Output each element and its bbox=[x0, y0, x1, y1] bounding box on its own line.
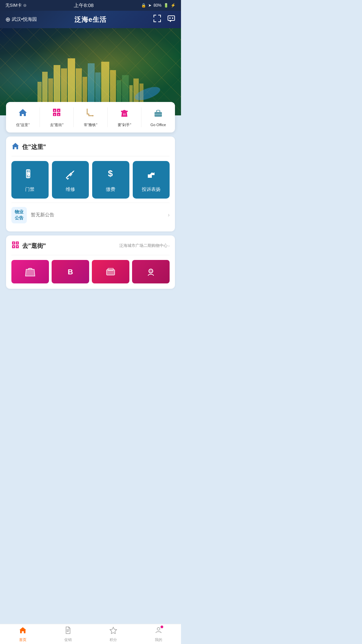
cut-hand-icon bbox=[119, 107, 129, 120]
street-item-2[interactable] bbox=[92, 260, 129, 283]
svg-rect-3 bbox=[160, 15, 161, 17]
service-payment[interactable]: $ 缴费 bbox=[92, 161, 129, 199]
service-repair[interactable]: 维修 bbox=[52, 161, 89, 199]
svg-text:$: $ bbox=[108, 168, 113, 178]
go-street-grid: B bbox=[11, 260, 170, 283]
svg-rect-10 bbox=[172, 17, 173, 19]
access-label: 门禁 bbox=[25, 186, 35, 193]
svg-rect-24 bbox=[157, 112, 160, 114]
quick-item-rub-iron[interactable]: 常"撸铁" bbox=[74, 107, 108, 127]
notice-row[interactable]: 物业 公告 暂无新公告 › bbox=[11, 203, 170, 226]
app-title: 泛海e生活 bbox=[74, 15, 107, 24]
payment-icon: $ bbox=[104, 167, 117, 183]
message-icon[interactable] bbox=[167, 14, 176, 25]
location-target-icon: ⊕ bbox=[5, 16, 10, 23]
svg-rect-25 bbox=[158, 111, 159, 112]
svg-rect-26 bbox=[155, 114, 162, 115]
repair-icon bbox=[64, 167, 77, 183]
feedback-label: 投诉表扬 bbox=[142, 186, 161, 193]
svg-rect-22 bbox=[125, 113, 125, 115]
location-arrow-icon: ➤ bbox=[148, 3, 152, 8]
svg-rect-9 bbox=[169, 17, 171, 19]
notice-arrow-icon: › bbox=[168, 212, 170, 218]
service-access[interactable]: 门禁 bbox=[11, 161, 49, 199]
service-feedback[interactable]: 投诉表扬 bbox=[133, 161, 170, 199]
go-office-label: Go Office bbox=[150, 122, 166, 127]
notice-text: 暂无新公告 bbox=[31, 212, 164, 218]
quick-menu: 住"这里" 去"逛街" 常"撸铁" bbox=[6, 102, 175, 132]
notice-icon-line1: 物业 bbox=[15, 209, 23, 215]
header-actions bbox=[153, 14, 176, 25]
svg-rect-7 bbox=[160, 19, 161, 22]
go-office-icon bbox=[153, 107, 163, 120]
status-bar: 无SIM卡 ⊙ 上午8:08 🔒 ➤ 80% 🔋 ⚡ bbox=[0, 0, 181, 11]
svg-rect-17 bbox=[54, 114, 55, 115]
go-street-subtitle[interactable]: 泛海城市广场二期购物中心 › bbox=[119, 243, 170, 249]
battery-icon: 🔋 bbox=[164, 3, 169, 8]
battery-percent: 80% bbox=[154, 3, 162, 8]
live-here-title: 住"这里" bbox=[22, 143, 46, 151]
header: ⊕ 武汉•悦海园 泛海e生活 bbox=[0, 11, 181, 28]
street-item-0[interactable] bbox=[11, 260, 49, 283]
svg-rect-38 bbox=[17, 246, 18, 247]
scan-icon[interactable] bbox=[153, 14, 162, 25]
svg-rect-20 bbox=[121, 111, 128, 112]
svg-rect-16 bbox=[58, 110, 59, 111]
go-street-header: 去"逛街" 泛海城市广场二期购物中心 › bbox=[11, 241, 170, 255]
status-time: 上午8:08 bbox=[74, 2, 94, 9]
go-street-title: 去"逛街" bbox=[22, 242, 46, 250]
svg-rect-8 bbox=[168, 16, 175, 20]
svg-rect-35 bbox=[13, 243, 14, 244]
quick-item-cut-hand[interactable]: 要"剁手" bbox=[108, 107, 141, 127]
live-here-icon bbox=[18, 107, 28, 120]
service-grid: 门禁 维修 $ 缴费 bbox=[11, 161, 170, 199]
location-text: 武汉•悦海园 bbox=[12, 16, 37, 22]
live-here-section-icon bbox=[11, 142, 19, 152]
rub-iron-icon bbox=[85, 107, 96, 120]
street-item-3[interactable] bbox=[132, 260, 170, 283]
quick-item-go-street[interactable]: 去"逛街" bbox=[40, 107, 74, 127]
go-street-label: 去"逛街" bbox=[50, 122, 64, 127]
status-left: 无SIM卡 ⊙ bbox=[5, 2, 26, 8]
svg-point-19 bbox=[92, 115, 94, 116]
rub-iron-label: 常"撸铁" bbox=[84, 122, 98, 127]
svg-rect-21 bbox=[123, 113, 124, 115]
go-street-icon bbox=[52, 107, 62, 120]
feedback-icon bbox=[144, 167, 158, 183]
svg-rect-18 bbox=[58, 114, 59, 115]
svg-point-42 bbox=[149, 269, 153, 273]
svg-rect-15 bbox=[54, 110, 55, 111]
section-live-here: 住"这里" 门禁 bbox=[6, 137, 175, 231]
cut-hand-label: 要"剁手" bbox=[118, 122, 131, 127]
go-street-section-icon bbox=[11, 241, 19, 251]
svg-rect-5 bbox=[154, 19, 154, 22]
access-icon bbox=[23, 167, 37, 183]
notice-icon: 物业 公告 bbox=[11, 207, 27, 223]
bolt-icon: ⚡ bbox=[171, 3, 176, 8]
svg-rect-37 bbox=[13, 246, 14, 247]
no-sim-text: 无SIM卡 ⊙ bbox=[5, 2, 26, 8]
section-go-street: 去"逛街" 泛海城市广场二期购物中心 › B bbox=[6, 235, 175, 289]
svg-rect-1 bbox=[154, 15, 154, 17]
payment-label: 缴费 bbox=[106, 186, 115, 193]
notice-icon-line2: 公告 bbox=[15, 215, 23, 221]
svg-rect-36 bbox=[17, 243, 18, 244]
lock-icon: 🔒 bbox=[141, 3, 146, 8]
svg-rect-30 bbox=[148, 174, 150, 178]
location-button[interactable]: ⊕ 武汉•悦海园 bbox=[5, 16, 37, 23]
status-right: 🔒 ➤ 80% 🔋 ⚡ bbox=[141, 3, 176, 8]
quick-item-live-here[interactable]: 住"这里" bbox=[6, 107, 40, 127]
svg-text:B: B bbox=[68, 268, 73, 276]
live-here-header: 住"这里" bbox=[11, 142, 170, 156]
go-street-arrow-icon: › bbox=[168, 244, 170, 248]
street-item-1[interactable]: B bbox=[52, 260, 89, 283]
repair-label: 维修 bbox=[66, 186, 75, 193]
live-here-label: 住"这里" bbox=[16, 122, 30, 127]
quick-item-go-office[interactable]: Go Office bbox=[141, 107, 175, 127]
go-street-subtitle-text: 泛海城市广场二期购物中心 bbox=[119, 243, 168, 249]
